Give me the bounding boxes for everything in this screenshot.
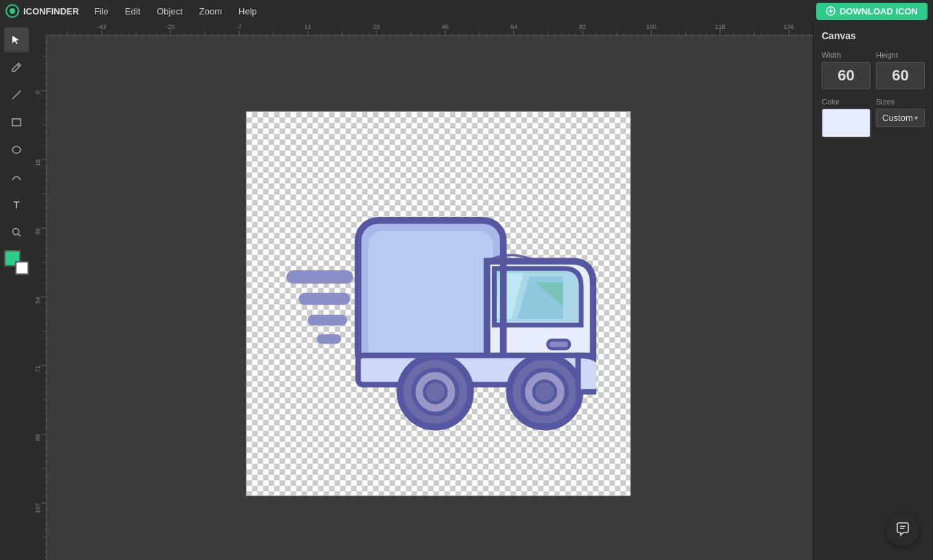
height-field-box: Height — [876, 51, 925, 89]
truck-icon — [280, 173, 596, 434]
svg-rect-15 — [368, 231, 493, 361]
svg-point-7 — [12, 146, 21, 153]
svg-point-1 — [10, 8, 15, 14]
logo-icon — [5, 4, 19, 18]
menu-edit[interactable]: Edit — [118, 3, 147, 19]
sizes-select[interactable]: Custom — [876, 109, 925, 127]
text-icon: T — [14, 199, 20, 210]
ellipse-tool[interactable] — [4, 137, 29, 162]
ruler-corner — [33, 22, 47, 36]
pencil-icon — [11, 62, 22, 73]
svg-rect-11 — [299, 293, 350, 305]
chat-button[interactable] — [886, 513, 919, 546]
text-tool[interactable]: T — [4, 192, 29, 217]
svg-line-4 — [17, 65, 19, 67]
right-panel: Canvas Width Height Color Sizes Custom — [813, 22, 933, 560]
download-btn-label: DOWNLOAD ICON — [840, 6, 918, 16]
color-field-box: Color — [822, 98, 870, 137]
select-tool[interactable] — [4, 27, 29, 52]
arc-tool[interactable] — [4, 165, 29, 190]
chat-icon — [895, 522, 910, 537]
sizes-select-wrapper: Custom — [876, 109, 925, 127]
download-icon — [826, 6, 835, 16]
left-toolbar: T — [0, 22, 33, 560]
ruler-vertical — [33, 22, 47, 560]
ruler-horizontal — [33, 22, 813, 36]
color-sizes-group: Color Sizes Custom — [822, 98, 925, 137]
zoom-icon — [11, 227, 22, 238]
menu-object[interactable]: Object — [150, 3, 190, 19]
background-color — [15, 261, 29, 275]
width-input[interactable] — [822, 62, 870, 89]
logo-text: ICONFINDER — [23, 6, 79, 16]
zoom-tool[interactable] — [4, 220, 29, 245]
canvas-content — [47, 36, 813, 560]
sizes-field-box: Sizes Custom — [876, 98, 925, 137]
svg-line-5 — [12, 91, 21, 99]
menu-zoom[interactable]: Zoom — [192, 3, 229, 19]
download-button[interactable]: DOWNLOAD ICON — [816, 3, 928, 20]
menubar: ICONFINDER File Edit Object Zoom Help DO… — [0, 0, 933, 22]
width-label: Width — [822, 51, 870, 59]
arc-icon — [11, 172, 22, 183]
main-area: T — [0, 22, 933, 560]
logo-area: ICONFINDER — [5, 4, 79, 18]
pencil-tool[interactable] — [4, 55, 29, 80]
height-input[interactable] — [876, 62, 925, 89]
svg-rect-10 — [286, 270, 353, 283]
color-preview[interactable] — [822, 109, 870, 137]
canvas-wrapper — [33, 22, 813, 560]
height-label: Height — [876, 51, 925, 59]
svg-rect-13 — [317, 334, 341, 344]
svg-rect-12 — [308, 315, 348, 326]
color-label: Color — [822, 98, 870, 106]
rect-icon — [11, 117, 22, 128]
svg-rect-6 — [12, 119, 21, 126]
line-icon — [11, 89, 22, 100]
ellipse-icon — [11, 144, 22, 155]
line-tool[interactable] — [4, 82, 29, 107]
svg-point-8 — [13, 229, 19, 235]
drawing-canvas — [246, 111, 631, 496]
svg-line-9 — [19, 234, 21, 237]
dimension-group: Width Height — [822, 51, 925, 89]
color-swatches[interactable] — [4, 250, 29, 275]
select-icon — [11, 34, 22, 45]
rectangle-tool[interactable] — [4, 110, 29, 135]
sizes-label: Sizes — [876, 98, 925, 106]
panel-title: Canvas — [822, 30, 925, 41]
menu-file[interactable]: File — [87, 3, 115, 19]
width-field-box: Width — [822, 51, 870, 89]
menu-help[interactable]: Help — [232, 3, 264, 19]
